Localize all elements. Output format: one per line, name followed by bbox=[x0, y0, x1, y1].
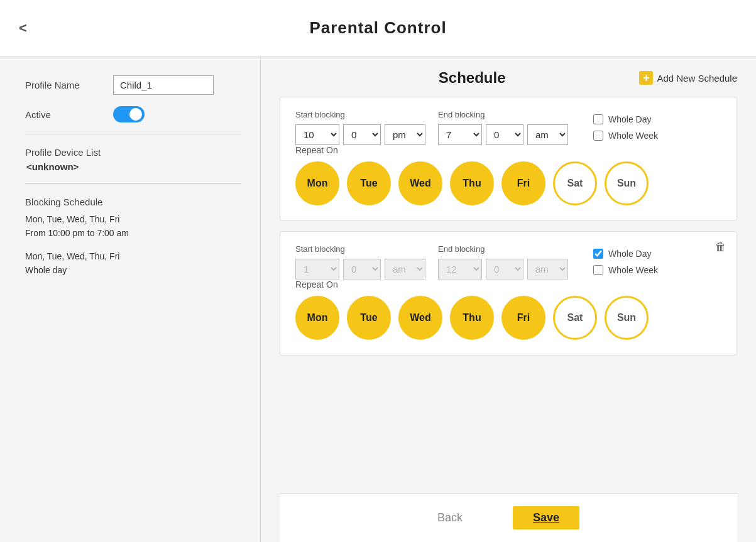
schedule-entry-2-line2: Whole day bbox=[25, 263, 241, 277]
start-dropdowns-2: 1 0 am bbox=[295, 259, 425, 279]
left-panel: Profile Name Active Profile Device List … bbox=[0, 57, 261, 542]
back-button[interactable]: < bbox=[19, 20, 27, 36]
start-blocking-label-1: Start blocking bbox=[295, 110, 425, 119]
schedule-entry-1-line2: From 10:00 pm to 7:00 am bbox=[25, 226, 241, 240]
schedule-entry-2-line1: Mon, Tue, Wed, Thu, Fri bbox=[25, 249, 241, 263]
whole-day-label-2[interactable]: Whole Day bbox=[608, 249, 651, 259]
whole-options-2: Whole Day Whole Week bbox=[593, 249, 658, 275]
profile-name-label: Profile Name bbox=[25, 80, 113, 90]
start-hour-select-1[interactable]: 10 123 456 789 1112 bbox=[295, 124, 339, 145]
device-item: <unknown> bbox=[26, 161, 241, 172]
add-new-schedule-button[interactable]: + Add New Schedule bbox=[639, 71, 737, 85]
page-title: Parental Control bbox=[309, 18, 446, 38]
whole-week-checkbox-1[interactable] bbox=[593, 131, 603, 141]
divider-1 bbox=[25, 134, 241, 134]
device-list-label: Profile Device List bbox=[25, 147, 241, 158]
blocking-schedule-label: Blocking Schedule bbox=[25, 197, 241, 207]
end-blocking-section-1: End blocking 7 123 456 8910 1112 0 bbox=[438, 110, 568, 145]
right-panel: Schedule + Add New Schedule Start blocki… bbox=[261, 57, 756, 542]
end-ampm-select-1[interactable]: am pm bbox=[527, 124, 568, 145]
end-blocking-label-2: End blocking bbox=[438, 244, 568, 254]
end-hour-select-1[interactable]: 7 123 456 8910 1112 bbox=[438, 124, 482, 145]
schedule-entry-2: Mon, Tue, Wed, Thu, Fri Whole day bbox=[25, 249, 241, 278]
whole-week-checkbox-2[interactable] bbox=[593, 265, 603, 275]
day-tue-2[interactable]: Tue bbox=[347, 296, 391, 340]
save-button[interactable]: Save bbox=[513, 506, 579, 529]
end-dropdowns-1: 7 123 456 8910 1112 0 510 am bbox=[438, 124, 568, 145]
start-blocking-label-2: Start blocking bbox=[295, 244, 425, 254]
day-fri-2[interactable]: Fri bbox=[501, 296, 545, 340]
active-toggle[interactable] bbox=[113, 106, 145, 122]
add-new-label: Add New Schedule bbox=[657, 73, 737, 84]
header: < Parental Control bbox=[0, 0, 756, 57]
days-row-1: Mon Tue Wed Thu Fri Sat Sun bbox=[295, 161, 721, 205]
whole-options-1: Whole Day Whole Week bbox=[593, 114, 658, 141]
schedule-header: Schedule + Add New Schedule bbox=[280, 69, 737, 87]
whole-week-row-1: Whole Week bbox=[593, 131, 658, 141]
day-thu-2[interactable]: Thu bbox=[450, 296, 494, 340]
day-sun-2[interactable]: Sun bbox=[605, 296, 649, 340]
end-blocking-section-2: End blocking 12 0 am bbox=[438, 244, 568, 279]
day-fri-1[interactable]: Fri bbox=[501, 161, 545, 205]
divider-2 bbox=[25, 183, 241, 184]
blocking-sections-1: Start blocking 10 123 456 789 1112 0 bbox=[295, 110, 721, 145]
profile-name-row: Profile Name bbox=[25, 75, 241, 95]
start-ampm-select-1[interactable]: am pm bbox=[385, 124, 425, 145]
day-mon-2[interactable]: Mon bbox=[295, 296, 339, 340]
start-blocking-section-1: Start blocking 10 123 456 789 1112 0 bbox=[295, 110, 425, 145]
bottom-back-button[interactable]: Back bbox=[437, 511, 463, 524]
days-row-2: Mon Tue Wed Thu Fri Sat Sun bbox=[295, 296, 721, 340]
repeat-label-2: Repeat On bbox=[295, 279, 721, 290]
day-sat-2[interactable]: Sat bbox=[553, 296, 597, 340]
repeat-label-1: Repeat On bbox=[295, 145, 721, 155]
schedule-title: Schedule bbox=[305, 69, 639, 87]
start-min-select-1[interactable]: 0 51015 202530 bbox=[343, 124, 381, 145]
end-blocking-label-1: End blocking bbox=[438, 110, 568, 119]
toggle-slider bbox=[113, 106, 145, 122]
schedule-entry-1-line1: Mon, Tue, Wed, Thu, Fri bbox=[25, 212, 241, 226]
end-dropdowns-2: 12 0 am bbox=[438, 259, 568, 279]
start-hour-select-2[interactable]: 1 bbox=[295, 259, 339, 279]
end-min-select-1[interactable]: 0 510 bbox=[486, 124, 523, 145]
start-dropdowns-1: 10 123 456 789 1112 0 51015 202530 bbox=[295, 124, 425, 145]
day-tue-1[interactable]: Tue bbox=[347, 161, 391, 205]
schedule-card-1: Start blocking 10 123 456 789 1112 0 bbox=[280, 97, 737, 221]
whole-day-row-1: Whole Day bbox=[593, 114, 658, 124]
whole-week-row-2: Whole Week bbox=[593, 265, 658, 275]
whole-week-label-1[interactable]: Whole Week bbox=[608, 131, 658, 141]
start-ampm-select-2[interactable]: am bbox=[385, 259, 425, 279]
day-sun-1[interactable]: Sun bbox=[605, 161, 649, 205]
page-wrapper: < Parental Control Profile Name Active P bbox=[0, 0, 756, 542]
start-blocking-section-2: Start blocking 1 0 am bbox=[295, 244, 425, 279]
whole-week-label-2[interactable]: Whole Week bbox=[608, 265, 658, 275]
profile-name-input[interactable] bbox=[113, 75, 214, 95]
add-icon: + bbox=[639, 71, 653, 85]
whole-day-label-1[interactable]: Whole Day bbox=[608, 114, 651, 124]
whole-day-row-2: Whole Day bbox=[593, 249, 658, 259]
end-hour-select-2[interactable]: 12 bbox=[438, 259, 482, 279]
end-min-select-2[interactable]: 0 bbox=[486, 259, 523, 279]
bottom-bar: Back Save bbox=[280, 493, 737, 542]
start-min-select-2[interactable]: 0 bbox=[343, 259, 381, 279]
day-mon-1[interactable]: Mon bbox=[295, 161, 339, 205]
day-wed-1[interactable]: Wed bbox=[398, 161, 442, 205]
active-row: Active bbox=[25, 106, 241, 122]
end-ampm-select-2[interactable]: am bbox=[527, 259, 568, 279]
blocking-sections-2: Start blocking 1 0 am bbox=[295, 244, 721, 279]
day-wed-2[interactable]: Wed bbox=[398, 296, 442, 340]
schedule-card-2: 🗑 Start blocking 1 0 am bbox=[280, 231, 737, 355]
schedule-entry-1: Mon, Tue, Wed, Thu, Fri From 10:00 pm to… bbox=[25, 212, 241, 241]
active-label: Active bbox=[25, 109, 113, 120]
main-layout: Profile Name Active Profile Device List … bbox=[0, 57, 756, 542]
day-thu-1[interactable]: Thu bbox=[450, 161, 494, 205]
delete-button-2[interactable]: 🗑 bbox=[715, 241, 726, 254]
day-sat-1[interactable]: Sat bbox=[553, 161, 597, 205]
whole-day-checkbox-2[interactable] bbox=[593, 249, 603, 259]
whole-day-checkbox-1[interactable] bbox=[593, 114, 603, 124]
active-toggle-wrapper bbox=[113, 106, 145, 122]
